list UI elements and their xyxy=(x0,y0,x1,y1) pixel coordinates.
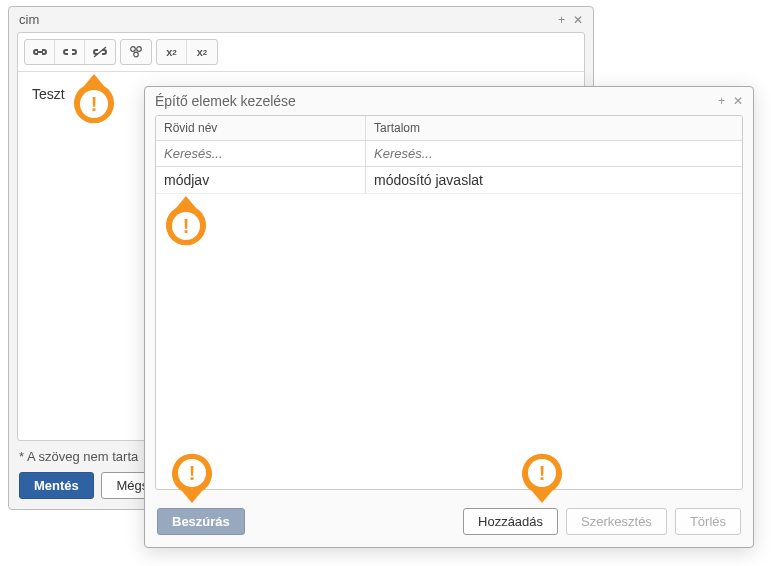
table-row[interactable]: módjav módosító javaslat xyxy=(156,167,742,194)
dialog-close-icon[interactable]: ✕ xyxy=(733,94,743,108)
col-header-content[interactable]: Tartalom xyxy=(366,116,742,140)
dialog-body: Rövid név Tartalom módjav módosító javas… xyxy=(155,115,743,490)
insert-button[interactable]: Beszúrás xyxy=(157,508,245,535)
dialog-footer: Beszúrás Hozzáadás Szerkesztés Törlés xyxy=(145,500,753,547)
editor-text: Teszt xyxy=(32,86,65,102)
svg-point-2 xyxy=(137,47,142,52)
filter-short-input[interactable] xyxy=(156,141,365,166)
svg-point-3 xyxy=(134,52,139,57)
subscript-button[interactable]: x2 xyxy=(157,40,187,64)
blocks-button[interactable] xyxy=(121,40,151,64)
link-tiv-button[interactable] xyxy=(55,40,85,64)
edit-button: Szerkesztés xyxy=(566,508,667,535)
unlink-button[interactable] xyxy=(85,40,115,64)
cell-short: módjav xyxy=(156,167,366,193)
superscript-button[interactable]: x2 xyxy=(187,40,217,64)
link-auto-button[interactable] xyxy=(25,40,55,64)
grid-empty-area xyxy=(156,194,742,489)
toolbar: x2 x2 xyxy=(18,33,584,72)
blocks-dialog: Építő elemek kezelése + ✕ Rövid név Tart… xyxy=(144,86,754,548)
editor-title: cim xyxy=(19,12,39,27)
dialog-plus-icon[interactable]: + xyxy=(718,94,725,108)
close-icon[interactable]: ✕ xyxy=(573,13,583,27)
delete-button: Törlés xyxy=(675,508,741,535)
grid-header: Rövid név Tartalom xyxy=(156,116,742,141)
grid-filter xyxy=(156,141,742,167)
filter-content-input[interactable] xyxy=(366,141,742,166)
svg-point-1 xyxy=(131,47,136,52)
dialog-title: Építő elemek kezelése xyxy=(155,93,296,109)
plus-icon[interactable]: + xyxy=(558,13,565,27)
save-button[interactable]: Mentés xyxy=(19,472,94,499)
add-button[interactable]: Hozzáadás xyxy=(463,508,558,535)
svg-line-0 xyxy=(94,47,106,57)
dialog-titlebar: Építő elemek kezelése + ✕ xyxy=(145,87,753,115)
col-header-short[interactable]: Rövid név xyxy=(156,116,366,140)
cell-content: módosító javaslat xyxy=(366,167,742,193)
editor-titlebar: cim + ✕ xyxy=(9,7,593,32)
